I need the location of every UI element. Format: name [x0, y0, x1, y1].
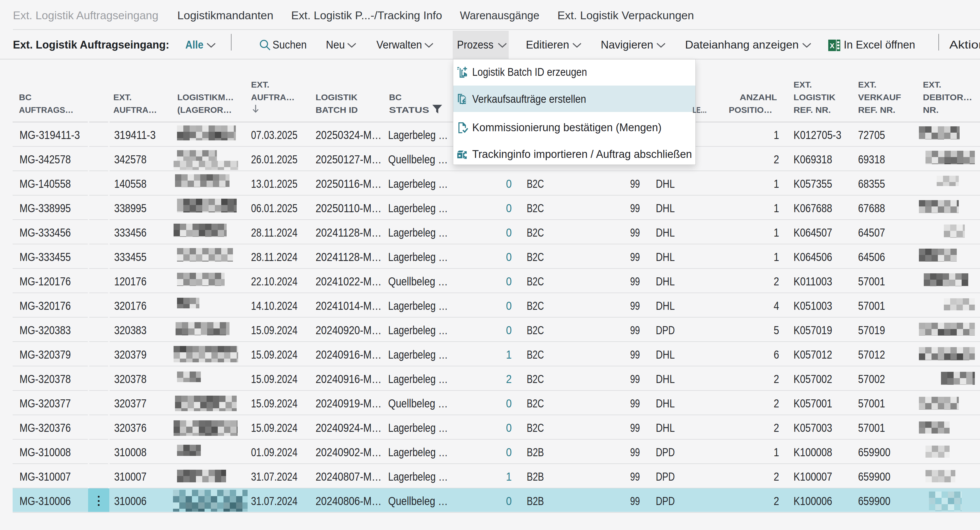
- svg-text:X: X: [830, 42, 834, 49]
